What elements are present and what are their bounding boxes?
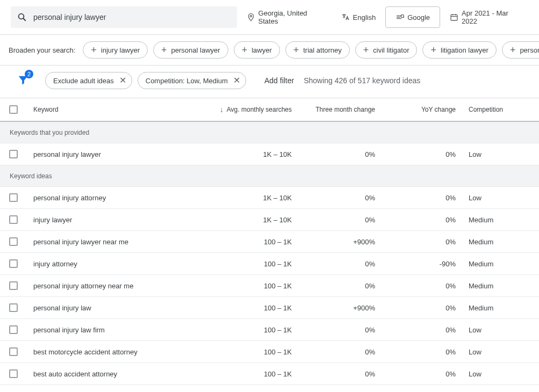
filter-chip-label: Competition: Low, Medium (146, 77, 228, 85)
table-row[interactable]: personal injury attorney1K – 10K0%0%Low (0, 187, 539, 209)
cell-yoy: 0% (382, 216, 462, 224)
table-row[interactable]: injury lawyer1K – 10K0%0%Medium (0, 209, 539, 231)
table-row[interactable]: best auto accident attorney100 – 1K0%0%L… (0, 363, 539, 385)
row-checkbox[interactable] (9, 303, 18, 312)
filter-funnel-button[interactable]: 2 (17, 74, 29, 88)
cell-competition: Medium (462, 238, 537, 246)
table-row[interactable]: personal injury attorney near me100 – 1K… (0, 275, 539, 297)
column-competition[interactable]: Competition (462, 106, 537, 113)
cell-three-month: 0% (298, 150, 382, 158)
table-row[interactable]: injury attorney100 – 1K0%-90%Medium (0, 253, 539, 275)
cell-yoy: 0% (382, 348, 462, 356)
table-row[interactable]: personal injury lawyer1K – 10K0%0%Low (0, 143, 539, 165)
cell-searches: 100 – 1K (188, 238, 298, 246)
section-provided: Keywords that you provided (0, 122, 539, 143)
network-icon (396, 13, 404, 21)
cell-keyword: personal injury attorney (27, 194, 188, 202)
broaden-chip[interactable]: +lawyer (234, 41, 280, 59)
svg-line-4 (404, 17, 404, 18)
search-input[interactable] (32, 12, 231, 22)
cell-competition: Low (462, 150, 537, 158)
language-selector[interactable]: English (337, 6, 380, 28)
table-header-row: Keyword ↓ Avg. monthly searches Three mo… (0, 98, 539, 122)
cell-keyword: best auto accident attorney (27, 370, 188, 378)
broaden-chip[interactable]: +injury lawyer (83, 41, 148, 59)
cell-keyword: personal injury lawyer (27, 150, 188, 158)
cell-competition: Medium (462, 282, 537, 290)
cell-competition: Low (462, 348, 537, 356)
cell-competition: Medium (462, 260, 537, 268)
cell-yoy: 0% (382, 304, 462, 312)
cell-competition: Low (462, 370, 537, 378)
location-selector[interactable]: Georgia, United States (242, 6, 332, 28)
section-ideas: Keyword ideas (0, 165, 539, 187)
select-all-checkbox[interactable] (9, 105, 18, 114)
applied-filter-chip[interactable]: Exclude adult ideas✕ (45, 72, 132, 89)
network-text: Google (407, 13, 430, 21)
row-checkbox[interactable] (9, 281, 18, 290)
applied-filter-chip[interactable]: Competition: Low, Medium✕ (138, 72, 246, 89)
broaden-search-row: Broaden your search: +injury lawyer+pers… (0, 35, 539, 66)
broaden-chip-label: lawyer (251, 46, 272, 54)
svg-rect-5 (451, 14, 457, 20)
table-row[interactable]: personal injury law firm100 – 1K0%0%Low (0, 319, 539, 341)
row-checkbox[interactable] (9, 193, 18, 202)
cell-searches: 100 – 1K (188, 370, 298, 378)
cell-yoy: 0% (382, 238, 462, 246)
date-range-selector[interactable]: Apr 2021 - Mar 2022 (445, 6, 528, 28)
calendar-icon (450, 13, 458, 21)
svg-line-1 (23, 18, 26, 21)
cell-yoy: 0% (382, 370, 462, 378)
cell-keyword: personal injury attorney near me (27, 282, 188, 290)
cell-three-month: 0% (298, 260, 382, 268)
row-checkbox[interactable] (9, 325, 18, 334)
cell-searches: 100 – 1K (188, 260, 298, 268)
network-selector[interactable]: Google (385, 6, 440, 28)
language-text: English (353, 13, 376, 21)
broaden-label: Broaden your search: (9, 46, 75, 54)
broaden-chip-label: civil litigator (373, 46, 409, 54)
column-three-month[interactable]: Three month change (298, 106, 382, 113)
broaden-chip-label: personal injury (520, 46, 539, 54)
broaden-chip-label: litigation lawyer (441, 46, 488, 54)
cell-three-month: +900% (298, 304, 382, 312)
row-checkbox[interactable] (9, 369, 18, 378)
broaden-chip[interactable]: +personal injury (502, 41, 539, 59)
table-row[interactable]: personal injury law100 – 1K+900%0%Medium (0, 297, 539, 319)
broaden-chip[interactable]: +personal lawyer (153, 41, 228, 59)
add-filter-button[interactable]: Add filter (264, 76, 294, 85)
result-count-text: Showing 426 of 517 keyword ideas (304, 76, 420, 85)
filter-chip-label: Exclude adult ideas (53, 77, 114, 85)
broaden-chip-label: trial attorney (303, 46, 342, 54)
cell-three-month: 0% (298, 348, 382, 356)
search-box[interactable] (11, 6, 237, 28)
broaden-chip[interactable]: +litigation lawyer (422, 41, 496, 59)
broaden-chip-label: personal lawyer (171, 46, 220, 54)
cell-yoy: 0% (382, 326, 462, 334)
column-searches[interactable]: ↓ Avg. monthly searches (188, 105, 298, 114)
cell-three-month: +900% (298, 238, 382, 246)
row-checkbox[interactable] (9, 237, 18, 246)
translate-icon (341, 13, 350, 21)
column-yoy[interactable]: YoY change (382, 106, 462, 113)
broaden-chip[interactable]: +trial attorney (285, 41, 350, 59)
broaden-chip-label: injury lawyer (101, 46, 140, 54)
row-checkbox[interactable] (9, 215, 18, 224)
cell-searches: 100 – 1K (188, 326, 298, 334)
broaden-chip[interactable]: +civil litigator (355, 41, 418, 59)
column-keyword[interactable]: Keyword (27, 106, 188, 113)
row-checkbox[interactable] (9, 150, 18, 158)
row-checkbox[interactable] (9, 347, 18, 356)
cell-keyword: injury lawyer (27, 216, 188, 224)
keyword-table: Keyword ↓ Avg. monthly searches Three mo… (0, 98, 539, 385)
cell-keyword: personal injury law (27, 304, 188, 312)
table-row[interactable]: best motorcycle accident attorney100 – 1… (0, 341, 539, 363)
cell-keyword: personal injury law firm (27, 326, 188, 334)
cell-three-month: 0% (298, 326, 382, 334)
cell-searches: 1K – 10K (188, 194, 298, 202)
table-row[interactable]: personal injury lawyer near me100 – 1K+9… (0, 231, 539, 253)
cell-searches: 1K – 10K (188, 216, 298, 224)
row-checkbox[interactable] (9, 259, 18, 268)
date-range-text: Apr 2021 - Mar 2022 (462, 9, 524, 25)
cell-three-month: 0% (298, 216, 382, 224)
